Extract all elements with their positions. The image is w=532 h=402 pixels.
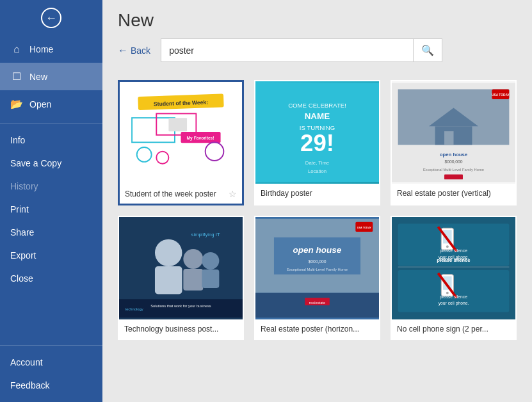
sidebar-item-close[interactable]: Close <box>0 267 102 290</box>
template-label-realestate-h: Real estate poster (horizon... <box>261 325 359 334</box>
svg-text:open house: open house <box>440 152 468 157</box>
template-thumbnail-realestate-h: open house $000,000 Exceptional Multi-Le… <box>255 217 379 319</box>
back-link[interactable]: ← Back <box>118 45 150 56</box>
svg-text:open house: open house <box>293 245 342 255</box>
template-card-student-week[interactable]: Student of the Week: My Favorites! <box>118 80 244 205</box>
template-thumbnail-techbusiness: simplifying IT technology Solutions that… <box>119 217 243 319</box>
template-card-realestate-v[interactable]: USA TODAY open house $000,000 Exceptiona… <box>391 80 517 205</box>
svg-text:$000,000: $000,000 <box>308 259 326 264</box>
open-icon: 📂 <box>10 98 23 110</box>
svg-rect-48 <box>255 293 379 318</box>
back-circle-icon: ← <box>41 8 61 28</box>
svg-point-55 <box>446 245 449 248</box>
svg-text:your cell phone.: your cell phone. <box>439 301 469 306</box>
thumb-birthday-content: COME CELEBRATE! NAME IS TURNING 29! Date… <box>255 81 379 184</box>
sidebar-item-export[interactable]: Export <box>0 244 102 267</box>
svg-text:please silence: please silence <box>440 248 467 253</box>
svg-point-65 <box>446 292 449 294</box>
sidebar-bottom: Account Feedback <box>0 351 102 397</box>
sidebar-item-new-label: New <box>29 72 47 82</box>
content-area: Student of the Week: My Favorites! <box>102 70 532 402</box>
sidebar: ← ⌂ Home ☐ New 📂 Open Info Save a Copy H… <box>0 0 102 402</box>
search-input[interactable] <box>161 40 413 61</box>
thumb-cellphone-content: please silence please silence please sil… <box>392 217 515 319</box>
svg-text:Exceptional Multi-Level Family: Exceptional Multi-Level Family Home <box>423 168 484 172</box>
svg-text:Exceptional Multi-Level Family: Exceptional Multi-Level Family Home <box>287 268 348 271</box>
svg-text:29!: 29! <box>300 130 334 156</box>
svg-point-30 <box>155 239 182 266</box>
search-button[interactable]: 🔍 <box>413 39 442 61</box>
template-card-footer-realestate-v: Real estate poster (vertical) <box>392 184 515 203</box>
template-thumbnail-cellphone: please silence please silence please sil… <box>392 217 515 319</box>
template-card-techbusiness[interactable]: simplifying IT technology Solutions that… <box>118 216 244 340</box>
template-thumbnail-student-week: Student of the Week: My Favorites! <box>120 82 242 184</box>
thumb-student-content: Student of the Week: My Favorites! <box>120 82 242 184</box>
template-card-footer-student-week: Student of the week poster ☆ <box>120 184 242 204</box>
svg-text:technology: technology <box>125 307 143 311</box>
back-link-label: Back <box>131 45 150 56</box>
sidebar-item-home-label: Home <box>29 44 53 54</box>
sidebar-item-feedback[interactable]: Feedback <box>0 374 102 397</box>
template-card-cellphone[interactable]: please silence please silence please sil… <box>391 216 517 340</box>
sidebar-spacer <box>0 290 102 340</box>
svg-text:COME CELEBRATE!: COME CELEBRATE! <box>288 102 346 109</box>
svg-rect-10 <box>168 118 187 131</box>
template-thumbnail-realestate-v: USA TODAY open house $000,000 Exceptiona… <box>392 81 515 184</box>
svg-text:USA TODAY: USA TODAY <box>357 227 372 229</box>
search-input-wrapper: 🔍 <box>161 38 442 62</box>
svg-rect-28 <box>444 175 463 180</box>
sidebar-item-share[interactable]: Share <box>0 221 102 244</box>
svg-point-34 <box>202 252 219 269</box>
sidebar-divider-1 <box>0 123 102 124</box>
sidebar-item-open-label: Open <box>29 99 51 109</box>
thumb-techbusiness-content: simplifying IT technology Solutions that… <box>119 217 243 319</box>
svg-text:Date, Time: Date, Time <box>305 160 329 166</box>
template-thumbnail-birthday: COME CELEBRATE! NAME IS TURNING 29! Date… <box>255 81 379 184</box>
template-label-realestate-v: Real estate poster (vertical) <box>397 189 491 198</box>
sidebar-item-open[interactable]: 📂 Open <box>0 90 102 118</box>
sidebar-item-info[interactable]: Info <box>0 129 102 152</box>
sidebar-item-home[interactable]: ⌂ Home <box>0 36 102 63</box>
svg-text:simplifying IT: simplifying IT <box>191 232 220 237</box>
template-label-birthday: Birthday poster <box>261 189 312 198</box>
svg-rect-31 <box>155 266 182 294</box>
svg-text:Location: Location <box>308 168 326 174</box>
back-circle-button[interactable]: ← <box>0 0 102 36</box>
main-header: New ← Back 🔍 <box>102 0 532 70</box>
template-card-birthday[interactable]: COME CELEBRATE! NAME IS TURNING 29! Date… <box>254 80 380 205</box>
template-card-footer-birthday: Birthday poster <box>255 184 379 203</box>
svg-text:USA TODAY: USA TODAY <box>492 93 510 97</box>
svg-point-32 <box>183 249 203 269</box>
template-label-cellphone: No cell phone sign (2 per... <box>397 325 488 334</box>
template-card-footer-cellphone: No cell phone sign (2 per... <box>392 319 515 339</box>
svg-text:your cell phone.: your cell phone. <box>439 255 469 260</box>
search-bar: ← Back 🔍 <box>118 38 517 62</box>
svg-text:please silence: please silence <box>440 294 467 300</box>
template-grid: Student of the Week: My Favorites! <box>118 80 517 340</box>
svg-text:NAME: NAME <box>305 111 330 121</box>
svg-text:Solutions that work for your b: Solutions that work for your business <box>150 304 211 308</box>
page-title: New <box>118 10 517 31</box>
svg-rect-22 <box>444 131 453 145</box>
svg-text:realestate: realestate <box>309 301 325 305</box>
sidebar-item-account[interactable]: Account <box>0 351 102 374</box>
sidebar-item-print[interactable]: Print <box>0 198 102 221</box>
sidebar-item-save-copy[interactable]: Save a Copy <box>0 152 102 175</box>
template-card-realestate-h[interactable]: open house $000,000 Exceptional Multi-Le… <box>254 216 380 340</box>
svg-rect-35 <box>202 269 219 288</box>
main-content: New ← Back 🔍 <box>102 0 532 402</box>
svg-text:My Favorites!: My Favorites! <box>187 136 214 141</box>
thumb-realestate-v-content: USA TODAY open house $000,000 Exceptiona… <box>392 81 515 184</box>
home-icon: ⌂ <box>10 44 23 55</box>
template-card-footer-realestate-h: Real estate poster (horizon... <box>255 319 379 339</box>
thumb-realestate-h-content: open house $000,000 Exceptional Multi-Le… <box>255 217 379 319</box>
sidebar-item-history: History <box>0 175 102 198</box>
template-label-techbusiness: Technology business post... <box>124 325 218 334</box>
template-card-footer-techbusiness: Technology business post... <box>119 319 243 339</box>
svg-rect-33 <box>183 269 203 291</box>
sidebar-divider-2 <box>0 345 102 346</box>
sidebar-item-new[interactable]: ☐ New <box>0 63 102 90</box>
template-label-student-week: Student of the week poster <box>125 189 216 198</box>
back-arrow-icon: ← <box>118 45 128 56</box>
favorite-star-student-week[interactable]: ☆ <box>229 189 237 199</box>
